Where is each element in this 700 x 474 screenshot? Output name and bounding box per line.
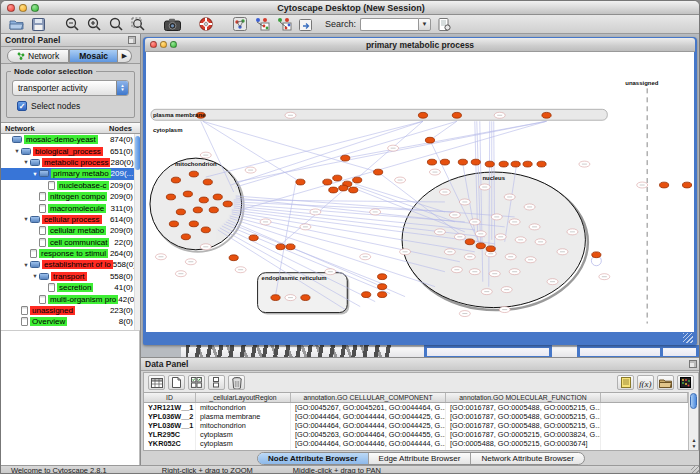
float-data-panel-icon[interactable] [689,360,697,368]
network-canvas[interactable]: plasma membranecytoplasmmitochondrionnuc… [146,52,694,332]
table-row[interactable]: YDR039C__1mitochondrion[GO:0044464, GO:0… [144,448,688,450]
view-resize-grip[interactable] [683,333,693,343]
float-panel-icon[interactable] [128,36,136,44]
zoom-in-icon[interactable] [85,16,103,32]
table-cell: YKR052C [144,439,196,448]
table-column-header[interactable]: _cellularLayoutRegion [196,393,291,402]
snapshot-camera-icon[interactable] [163,16,181,32]
tab-node-attribute-browser[interactable]: Node Attribute Browser [258,453,369,464]
open-icon[interactable] [7,16,25,32]
save-icon[interactable] [29,16,47,32]
zoom-selected-icon[interactable] [107,16,125,32]
import-attributes-icon[interactable] [657,375,674,390]
node-color-selection-group: Node color selection transporter activit… [6,71,135,118]
manage-plugins-icon[interactable] [297,16,315,32]
network-tree-row[interactable]: Overview8(0) [1,316,140,327]
network-view-window[interactable]: primary metabolic process plasma membran… [143,37,697,345]
tree-expand-icon[interactable]: ▼ [31,273,39,279]
tree-expand-icon[interactable]: ▼ [22,159,30,165]
tree-expand-icon[interactable]: ▼ [22,216,30,222]
table-row[interactable]: YJR121W__1mitochondrion[GO:0045267, GO:0… [144,403,688,412]
table-column-header[interactable]: annotation.GO MOLECULAR_FUNCTION [446,393,601,402]
selected-gene-node [341,155,350,161]
network-tree-row[interactable]: mosaic-demo-yeast874(0) [1,134,140,145]
network-tree-row[interactable]: ▼primary metabo209(... [1,168,140,179]
zoom-out-icon[interactable] [63,16,81,32]
table-cell: [GO:0044464, GO:0044444, GO:0044425, G..… [291,412,446,421]
new-attribute-icon[interactable] [168,375,185,390]
attribute-matrix-icon[interactable] [677,375,694,390]
network-tree-row[interactable]: nitrogen compo209(0) [1,191,140,202]
zoom-fit-icon[interactable] [129,16,147,32]
tab-mosaic[interactable]: Mosaic [69,49,118,63]
background-network-window[interactable] [424,345,552,357]
tab-network-attribute-browser[interactable]: Network Attribute Browser [471,453,583,464]
network-overview-icon[interactable] [231,16,249,32]
network-tree-row[interactable]: unassigned223(0) [1,305,140,316]
network-tree-row[interactable]: cell communicat22(0) [1,237,140,248]
tree-expand-icon[interactable]: ▼ [13,148,21,154]
network-tree-row[interactable]: cellular metabo209(0) [1,225,140,236]
app-title-bar[interactable]: Cytoscape Desktop (New Session) [1,1,700,15]
attribute-label-icon[interactable] [617,375,634,390]
tree-scrollbar[interactable] [134,134,140,330]
table-row[interactable]: YPL036W__1mitochondrion[GO:0044464, GO:0… [144,421,688,430]
help-lifering-icon[interactable] [197,16,215,32]
data-panel-title: Data Panel [145,359,188,369]
layout-icon[interactable] [275,16,293,32]
tab-overflow-arrow-icon[interactable]: ▶ [118,49,132,63]
tree-item-node-count: 311(0) [110,204,133,213]
tree-expand-icon[interactable]: ▼ [31,171,39,177]
selected-gene-node [440,159,449,165]
tab-edge-attribute-browser[interactable]: Edge Attribute Browser [369,453,472,464]
network-tree-row[interactable]: response to stimul264(0) [1,248,140,259]
search-dropdown-arrow-icon[interactable]: ▼ [418,18,431,31]
network-tree-row[interactable]: nucleobase-c209(0) [1,180,140,191]
tree-scrollbar-thumb[interactable] [135,136,140,170]
view-window-title-bar[interactable]: primary metabolic process [145,38,695,52]
attribute-table[interactable]: ID_cellularLayoutRegionannotation.GO CEL… [144,392,688,450]
table-scrollbar-arrows[interactable]: ▲▼ [689,437,699,449]
network-tree-row[interactable]: ▼establishment of lo558(0) [1,259,140,270]
table-row[interactable]: YKR052Ccytoplasm[GO:0044464, GO:0044446,… [144,439,688,448]
app-resize-grip[interactable] [691,465,700,474]
table-cell: [GO:0016787, GO:0005488, GO:0005215, G..… [446,448,601,450]
tree-item-node-count: 264(0) [110,249,133,258]
network-tree-row[interactable]: secretion41(0) [1,282,140,293]
endoplasmic-reticulum-label: endoplasmic reticulum [262,275,327,281]
unselect-attributes-icon[interactable] [208,375,225,390]
network-tree-row[interactable]: ▼transport558(0) [1,271,140,282]
table-row[interactable]: YLR295Ccytoplasm[GO:0045263, GO:0044464,… [144,430,688,439]
tree-expand-icon[interactable]: ▼ [22,262,30,268]
network-graph[interactable]: plasma membranecytoplasmmitochondrionnuc… [146,52,694,332]
delete-attribute-icon[interactable] [228,375,245,390]
network-tree-row[interactable]: ▼metabolic process280(0) [1,157,140,168]
network-tree-row[interactable]: ▼cellular process614(0) [1,214,140,225]
table-row[interactable]: YPL036W__2plasma membrane[GO:0044464, GO… [144,412,688,421]
tree-item-label: response to stimul [39,249,108,258]
network-tree-row[interactable]: multi-organism pro42(0) [1,293,140,304]
main-area: primary metabolic process plasma membran… [141,34,700,465]
network-tree-row[interactable]: macromolecule311(0) [1,202,140,213]
tab-network[interactable]: Network [7,49,69,63]
search-input[interactable] [360,18,418,31]
status-pan-hint: Middle-click + drag to PAN [293,466,381,474]
folder-icon [39,273,49,280]
browser-tabs: Node Attribute Browser Edge Attribute Br… [141,451,700,465]
table-scrollbar-thumb[interactable] [690,393,697,409]
network-tree-row[interactable]: ▼biological_process651(0) [1,145,140,156]
table-scrollbar[interactable]: ▲▼ [688,392,698,450]
nucleus-label: nucleus [482,175,505,181]
node-color-dropdown[interactable]: transporter activity ▲▼ [12,80,129,96]
vizmapper-icon[interactable] [253,16,271,32]
function-builder-icon[interactable]: f(x) [637,375,654,390]
search-advanced-icon[interactable] [435,16,453,32]
table-column-header[interactable]: ID [144,393,196,402]
background-network-window[interactable] [660,345,699,357]
attribute-table-icon[interactable] [148,375,165,390]
selected-gene-node [486,246,495,252]
table-column-header[interactable]: annotation.GO CELLULAR_COMPONENT [291,393,446,402]
select-nodes-checkbox[interactable]: ✓ [17,101,27,111]
select-attributes-icon[interactable] [188,375,205,390]
cytoscape-window: Cytoscape Desktop (New Session) [0,0,700,474]
